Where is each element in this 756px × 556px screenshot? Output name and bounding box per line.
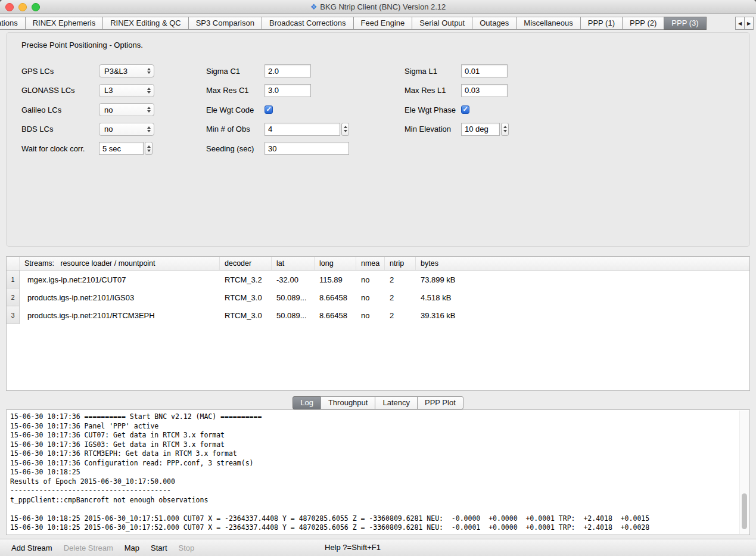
log-line (10, 505, 738, 514)
map-button[interactable]: Map (125, 543, 139, 552)
log-line: 15-06-30 10:17:36 ========== Start BNC v… (10, 412, 738, 422)
cell-long: 8.66458 (315, 293, 356, 302)
zoom-button[interactable] (32, 3, 40, 11)
tab-ations[interactable]: ations (0, 17, 26, 30)
cell-mountpoint: products.igs-ip.net:2101/RTCM3EPH (20, 311, 220, 320)
galileo-lcs-dropdown[interactable]: no (99, 103, 154, 116)
column-header-mountpoint[interactable]: Streams: resource loader / mountpoint (20, 257, 220, 270)
delete-stream-button[interactable]: Delete Stream (64, 543, 113, 552)
tab-rinex-editing-qc[interactable]: RINEX Editing & QC (102, 17, 189, 30)
form-col3: Sigma L1Max Res L1Ele Wgt PhaseMin Eleva… (405, 61, 509, 139)
up-arrow-icon (147, 145, 151, 148)
log-content: 15-06-30 10:17:36 ========== Start BNC v… (10, 412, 738, 532)
log-line: 15-06-30 10:17:36 IGS03: Get data in RTC… (10, 440, 738, 450)
cell-long: 115.89 (315, 275, 356, 284)
stream-row[interactable]: 2products.igs-ip.net:2101/IGS03RTCM_3.05… (7, 288, 749, 306)
glonass-lcs-dropdown[interactable]: L3 (99, 84, 154, 97)
tab-sp3-comparison[interactable]: SP3 Comparison (188, 17, 262, 30)
gps-lcs-dropdown[interactable]: P3&L3 (99, 64, 154, 77)
cell-ntrip: 2 (385, 311, 416, 320)
bds-lcs-dropdown[interactable]: no (99, 123, 154, 136)
checkbox-ele-wgt-phase[interactable] (461, 105, 469, 114)
column-header-ntrip[interactable]: ntrip (385, 257, 416, 270)
log-view[interactable]: 15-06-30 10:17:36 ========== Start BNC v… (6, 409, 750, 535)
up-arrow-icon (503, 126, 507, 128)
selected-value: P3&L3 (104, 67, 127, 76)
column-header-nmea[interactable]: nmea (356, 257, 385, 270)
row-number[interactable]: 3 (7, 306, 20, 324)
column-header-decoder[interactable]: decoder (220, 257, 272, 270)
row-number[interactable]: 1 (7, 271, 20, 288)
max-res-c1-field[interactable] (265, 84, 311, 97)
stream-row[interactable]: 1mgex.igs-ip.net:2101/CUT07RTCM_3.2-32.0… (7, 271, 749, 288)
down-arrow-icon (503, 130, 507, 132)
form-row-gps-lcs: GPS LCsP3&L3 (21, 61, 154, 81)
close-button[interactable] (5, 3, 14, 11)
down-arrow-icon (147, 91, 151, 94)
checkbox-ele-wgt-code[interactable] (265, 105, 273, 114)
sigma-c1-field[interactable] (265, 64, 311, 77)
log-scrollbar[interactable] (739, 411, 749, 534)
column-header-long[interactable]: long (315, 257, 356, 270)
column-header-lat[interactable]: lat (272, 257, 315, 270)
min-elevation-field[interactable] (461, 123, 500, 136)
stream-row[interactable]: 3products.igs-ip.net:2101/RTCM3EPHRTCM_3… (7, 306, 749, 324)
streams-table: Streams: resource loader / mountpointdec… (6, 256, 750, 391)
column-header-bytes[interactable]: bytes (416, 257, 749, 270)
wait-for-clock-corr-stepper[interactable] (145, 142, 153, 155)
down-arrow-icon (147, 130, 151, 132)
cell-lat: -32.00 (272, 275, 315, 284)
min-of-obs-stepper[interactable] (341, 123, 349, 136)
form-row-min-of-obs: Min # of Obs (206, 120, 349, 139)
wait-for-clock-corr-field[interactable] (99, 142, 144, 155)
up-arrow-icon (147, 107, 151, 109)
tab-ppp-3[interactable]: PPP (3) (664, 17, 706, 30)
cell-decoder: RTCM_3.0 (220, 293, 272, 302)
log-scrollbar-thumb[interactable] (742, 493, 747, 529)
add-stream-button[interactable]: Add Stream (11, 543, 52, 552)
up-arrow-icon (147, 126, 151, 129)
tab-throughput[interactable]: Throughput (321, 396, 376, 409)
form-row-ele-wgt-code: Ele Wgt Code (206, 100, 349, 120)
tab-ppp-plot[interactable]: PPP Plot (417, 396, 463, 409)
ppp-options-panel: Precise Point Positioning - Options. GPS… (6, 32, 750, 247)
cell-nmea: no (356, 275, 385, 284)
tab-scroll-right-button[interactable]: ▶ (744, 17, 754, 30)
row-number[interactable]: 2 (7, 288, 20, 306)
tab-scroll-left-button[interactable]: ◀ (735, 17, 745, 30)
sigma-l1-field[interactable] (461, 64, 508, 77)
cell-long: 8.66458 (315, 311, 356, 320)
tab-ppp-1[interactable]: PPP (1) (580, 17, 623, 30)
dropdown-arrows-icon (147, 126, 151, 132)
form-row-seeding-sec: Seeding (sec) (206, 139, 349, 159)
start-button[interactable]: Start (151, 543, 167, 552)
form-row-min-elevation: Min Elevation (405, 120, 509, 139)
log-line: 15-06-30 10:18:25 2015-06-30_10:17:51.00… (10, 514, 738, 524)
max-res-l1-field[interactable] (461, 84, 508, 97)
title-bar[interactable]: ❖ BKG Ntrip Client (BNC) Version 2.12 (0, 0, 756, 14)
tab-log[interactable]: Log (293, 396, 321, 409)
cell-bytes: 39.316 kB (416, 311, 749, 320)
tab-rinex-ephemeris[interactable]: RINEX Ephemeris (25, 17, 103, 30)
tab-ppp-2[interactable]: PPP (2) (622, 17, 664, 30)
form-row-max-res-l1: Max Res L1 (405, 81, 509, 101)
dropdown-arrows-icon (147, 88, 151, 94)
selected-value: L3 (104, 86, 113, 95)
log-line: Results of Epoch 2015-06-30_10:17:50.000 (10, 477, 738, 487)
tab-miscellaneous[interactable]: Miscellaneous (516, 17, 580, 30)
tab-broadcast-corrections[interactable]: Broadcast Corrections (262, 17, 354, 30)
min-elevation-stepper[interactable] (501, 123, 509, 136)
tab-feed-engine[interactable]: Feed Engine (353, 17, 413, 30)
tab-latency[interactable]: Latency (375, 396, 418, 409)
tab-serial-output[interactable]: Serial Output (412, 17, 472, 30)
minimize-button[interactable] (18, 3, 27, 11)
stop-button[interactable]: Stop (179, 543, 195, 552)
log-line: t_pppClient::cmpBancroft not enough obse… (10, 496, 738, 505)
down-arrow-icon (147, 110, 151, 113)
min-of-obs-field[interactable] (265, 123, 340, 136)
cell-bytes: 4.518 kB (416, 293, 749, 302)
tab-outages[interactable]: Outages (472, 17, 517, 30)
down-arrow-icon (344, 130, 347, 132)
seeding-sec-field[interactable] (265, 142, 349, 155)
form-row-ele-wgt-phase: Ele Wgt Phase (405, 100, 509, 120)
